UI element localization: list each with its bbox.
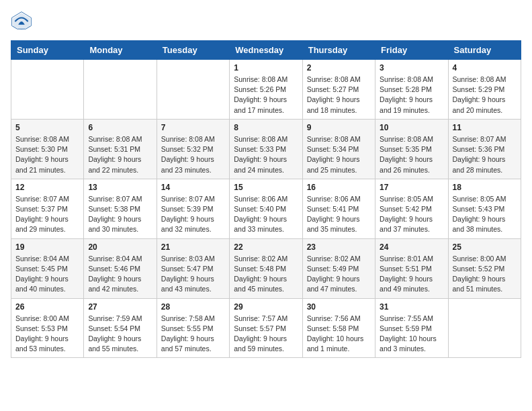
day-info: Sunrise: 8:04 AM Sunset: 5:46 PM Dayligh… <box>88 254 152 295</box>
calendar-cell: 28Sunrise: 7:58 AM Sunset: 5:55 PM Dayli… <box>157 298 229 358</box>
day-info: Sunrise: 8:02 AM Sunset: 5:49 PM Dayligh… <box>307 254 371 295</box>
day-of-week-header: Thursday <box>302 41 375 60</box>
calendar-cell: 17Sunrise: 8:05 AM Sunset: 5:42 PM Dayli… <box>375 179 448 238</box>
day-info: Sunrise: 8:07 AM Sunset: 5:39 PM Dayligh… <box>161 194 225 235</box>
day-number: 18 <box>453 183 517 192</box>
calendar-cell: 14Sunrise: 8:07 AM Sunset: 5:39 PM Dayli… <box>157 179 229 238</box>
calendar-cell: 5Sunrise: 8:08 AM Sunset: 5:30 PM Daylig… <box>11 119 84 179</box>
day-info: Sunrise: 7:56 AM Sunset: 5:58 PM Dayligh… <box>307 314 371 355</box>
day-number: 9 <box>307 123 371 132</box>
calendar-cell: 8Sunrise: 8:08 AM Sunset: 5:33 PM Daylig… <box>230 119 302 179</box>
day-info: Sunrise: 8:07 AM Sunset: 5:38 PM Dayligh… <box>88 194 152 235</box>
day-info: Sunrise: 8:06 AM Sunset: 5:41 PM Dayligh… <box>307 194 371 235</box>
calendar-cell: 11Sunrise: 8:07 AM Sunset: 5:36 PM Dayli… <box>448 119 521 179</box>
day-number: 26 <box>15 302 79 312</box>
day-of-week-header: Friday <box>375 41 448 60</box>
calendar-cell: 16Sunrise: 8:06 AM Sunset: 5:41 PM Dayli… <box>302 179 375 238</box>
day-number: 12 <box>15 183 79 192</box>
calendar-table: SundayMondayTuesdayWednesdayThursdayFrid… <box>11 40 521 358</box>
day-number: 15 <box>234 183 298 192</box>
day-info: Sunrise: 7:55 AM Sunset: 5:59 PM Dayligh… <box>380 314 443 355</box>
calendar-cell: 12Sunrise: 8:07 AM Sunset: 5:37 PM Dayli… <box>11 179 84 238</box>
day-of-week-header: Sunday <box>11 41 84 60</box>
calendar-cell: 26Sunrise: 8:00 AM Sunset: 5:53 PM Dayli… <box>11 298 84 358</box>
day-info: Sunrise: 8:08 AM Sunset: 5:35 PM Dayligh… <box>380 134 443 175</box>
day-number: 23 <box>307 242 371 252</box>
calendar-cell: 23Sunrise: 8:02 AM Sunset: 5:49 PM Dayli… <box>302 238 375 298</box>
day-number: 7 <box>161 123 225 132</box>
calendar-cell: 30Sunrise: 7:56 AM Sunset: 5:58 PM Dayli… <box>302 298 375 358</box>
day-info: Sunrise: 8:08 AM Sunset: 5:34 PM Dayligh… <box>307 134 371 175</box>
calendar-cell <box>448 298 521 358</box>
calendar-cell: 1Sunrise: 8:08 AM Sunset: 5:26 PM Daylig… <box>230 60 302 120</box>
day-number: 24 <box>380 242 443 252</box>
day-info: Sunrise: 8:02 AM Sunset: 5:48 PM Dayligh… <box>234 254 298 295</box>
day-number: 31 <box>380 302 443 312</box>
day-info: Sunrise: 8:06 AM Sunset: 5:40 PM Dayligh… <box>234 194 298 235</box>
day-number: 30 <box>307 302 371 312</box>
calendar-cell: 13Sunrise: 8:07 AM Sunset: 5:38 PM Dayli… <box>84 179 157 238</box>
calendar-week-row: 5Sunrise: 8:08 AM Sunset: 5:30 PM Daylig… <box>11 119 521 179</box>
day-info: Sunrise: 7:59 AM Sunset: 5:54 PM Dayligh… <box>88 314 152 355</box>
day-info: Sunrise: 8:00 AM Sunset: 5:53 PM Dayligh… <box>15 314 79 355</box>
calendar-cell <box>11 60 84 120</box>
day-info: Sunrise: 8:04 AM Sunset: 5:45 PM Dayligh… <box>15 254 79 295</box>
calendar-cell: 10Sunrise: 8:08 AM Sunset: 5:35 PM Dayli… <box>375 119 448 179</box>
calendar-week-row: 26Sunrise: 8:00 AM Sunset: 5:53 PM Dayli… <box>11 298 521 358</box>
day-info: Sunrise: 8:05 AM Sunset: 5:42 PM Dayligh… <box>380 194 443 235</box>
day-number: 29 <box>234 302 298 312</box>
day-info: Sunrise: 8:08 AM Sunset: 5:29 PM Dayligh… <box>453 75 517 116</box>
day-of-week-header: Monday <box>84 41 157 60</box>
day-info: Sunrise: 8:08 AM Sunset: 5:32 PM Dayligh… <box>161 134 225 175</box>
calendar-cell <box>157 60 229 120</box>
calendar-cell: 29Sunrise: 7:57 AM Sunset: 5:57 PM Dayli… <box>230 298 302 358</box>
day-number: 11 <box>453 123 517 132</box>
day-info: Sunrise: 7:58 AM Sunset: 5:55 PM Dayligh… <box>161 314 225 355</box>
day-number: 8 <box>234 123 298 132</box>
day-number: 2 <box>307 63 371 73</box>
day-number: 25 <box>453 242 517 252</box>
day-info: Sunrise: 8:08 AM Sunset: 5:30 PM Dayligh… <box>15 134 79 175</box>
page-header <box>11 11 521 32</box>
calendar-week-row: 12Sunrise: 8:07 AM Sunset: 5:37 PM Dayli… <box>11 179 521 238</box>
day-info: Sunrise: 8:08 AM Sunset: 5:27 PM Dayligh… <box>307 75 371 116</box>
day-number: 3 <box>380 63 443 73</box>
calendar-header-row: SundayMondayTuesdayWednesdayThursdayFrid… <box>11 41 521 60</box>
day-number: 22 <box>234 242 298 252</box>
calendar-cell: 3Sunrise: 8:08 AM Sunset: 5:28 PM Daylig… <box>375 60 448 120</box>
day-number: 14 <box>161 183 225 192</box>
day-info: Sunrise: 8:03 AM Sunset: 5:47 PM Dayligh… <box>161 254 225 295</box>
calendar-week-row: 1Sunrise: 8:08 AM Sunset: 5:26 PM Daylig… <box>11 60 521 120</box>
day-number: 5 <box>15 123 79 132</box>
calendar-cell: 19Sunrise: 8:04 AM Sunset: 5:45 PM Dayli… <box>11 238 84 298</box>
logo-icon <box>11 11 32 32</box>
logo <box>11 11 35 32</box>
day-of-week-header: Saturday <box>448 41 521 60</box>
day-of-week-header: Wednesday <box>230 41 302 60</box>
day-number: 19 <box>15 242 79 252</box>
calendar-cell: 6Sunrise: 8:08 AM Sunset: 5:31 PM Daylig… <box>84 119 157 179</box>
day-info: Sunrise: 7:57 AM Sunset: 5:57 PM Dayligh… <box>234 314 298 355</box>
day-number: 17 <box>380 183 443 192</box>
day-info: Sunrise: 8:08 AM Sunset: 5:33 PM Dayligh… <box>234 134 298 175</box>
calendar-cell: 25Sunrise: 8:00 AM Sunset: 5:52 PM Dayli… <box>448 238 521 298</box>
calendar-cell: 4Sunrise: 8:08 AM Sunset: 5:29 PM Daylig… <box>448 60 521 120</box>
day-info: Sunrise: 8:01 AM Sunset: 5:51 PM Dayligh… <box>380 254 443 295</box>
day-number: 10 <box>380 123 443 132</box>
calendar-week-row: 19Sunrise: 8:04 AM Sunset: 5:45 PM Dayli… <box>11 238 521 298</box>
day-number: 28 <box>161 302 225 312</box>
calendar-cell: 21Sunrise: 8:03 AM Sunset: 5:47 PM Dayli… <box>157 238 229 298</box>
calendar-cell: 31Sunrise: 7:55 AM Sunset: 5:59 PM Dayli… <box>375 298 448 358</box>
day-info: Sunrise: 8:07 AM Sunset: 5:37 PM Dayligh… <box>15 194 79 235</box>
day-number: 1 <box>234 63 298 73</box>
day-number: 13 <box>88 183 152 192</box>
day-number: 16 <box>307 183 371 192</box>
day-number: 4 <box>453 63 517 73</box>
calendar-cell: 20Sunrise: 8:04 AM Sunset: 5:46 PM Dayli… <box>84 238 157 298</box>
day-info: Sunrise: 8:00 AM Sunset: 5:52 PM Dayligh… <box>453 254 517 295</box>
calendar-cell: 24Sunrise: 8:01 AM Sunset: 5:51 PM Dayli… <box>375 238 448 298</box>
day-info: Sunrise: 8:05 AM Sunset: 5:43 PM Dayligh… <box>453 194 517 235</box>
calendar-cell: 18Sunrise: 8:05 AM Sunset: 5:43 PM Dayli… <box>448 179 521 238</box>
day-info: Sunrise: 8:08 AM Sunset: 5:31 PM Dayligh… <box>88 134 152 175</box>
day-number: 20 <box>88 242 152 252</box>
